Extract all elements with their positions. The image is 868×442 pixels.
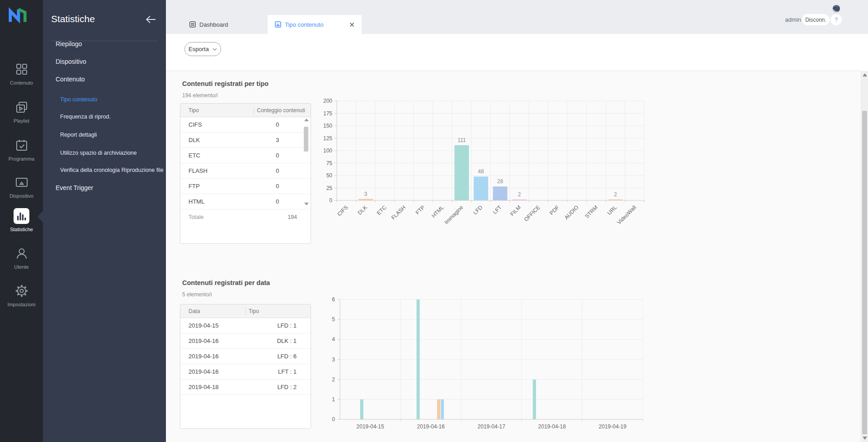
submenu-item-event-trigger[interactable]: Event Trigger: [56, 184, 93, 192]
row-key-cell: FTP: [180, 183, 254, 190]
table-scrollbar[interactable]: [303, 118, 309, 206]
schedule-calendar-icon: [15, 138, 28, 154]
rail-item-contenuto[interactable]: Contenuto: [0, 62, 43, 94]
submenu-item-utilizzo-spazio-di-archiviazione[interactable]: Utilizzo spazio di archiviazione: [60, 149, 137, 157]
table-row: FLASH0: [180, 163, 311, 179]
back-arrow-icon[interactable]: [145, 14, 156, 24]
submenu-item-verifica-della-cronologia-riproduzione-file[interactable]: Verifica della cronologia Riproduzione f…: [60, 166, 164, 174]
row-key-cell: 2019-04-15: [180, 322, 246, 329]
table-row: 2019-04-15LFD : 1: [180, 318, 311, 333]
svg-text:STRM: STRM: [584, 204, 599, 219]
svg-text:CIFS: CIFS: [336, 204, 349, 217]
toolbar: Esporta: [166, 34, 868, 71]
disconnect-button[interactable]: Disconn.: [802, 14, 830, 25]
magicinfo-logo[interactable]: [7, 5, 28, 25]
username-label: admin: [778, 16, 801, 23]
submenu-item-contenuto[interactable]: Contenuto: [56, 75, 85, 83]
row-value-cell: 0: [254, 121, 311, 128]
svg-text:1: 1: [332, 396, 335, 403]
row-value-cell: 0: [254, 198, 311, 205]
table-footer-row: Totale194: [180, 209, 311, 224]
submenu-title: Statistiche: [51, 14, 95, 24]
rail-item-label: Dispositivo: [0, 193, 43, 199]
row-value-cell: LFD : 6: [246, 353, 311, 360]
column-header: Conteggio contenuti: [254, 107, 311, 114]
icon-rail: ContenutoPlaylistProgrammaDispositivoSta…: [0, 0, 43, 442]
rail-item-programma[interactable]: Programma: [0, 138, 43, 170]
table-row: 2019-04-16LFT : 1: [180, 364, 311, 380]
svg-text:ETC: ETC: [376, 204, 388, 216]
scroll-up-arrow-icon[interactable]: [304, 119, 309, 121]
svg-text:200: 200: [323, 98, 332, 104]
export-button-label: Esporta: [189, 46, 209, 52]
submenu-item-riepilogo[interactable]: Riepilogo: [56, 40, 82, 48]
row-value-cell: 0: [254, 167, 311, 174]
active-item-notch: [38, 211, 43, 223]
submenu-item-dispositivo[interactable]: Dispositivo: [56, 57, 86, 66]
svg-text:LFD: LFD: [472, 204, 484, 216]
date-bar-chart[interactable]: 01234562019-04-152019-04-162019-04-17201…: [312, 289, 656, 438]
row-value-cell: 0: [254, 183, 311, 190]
tab-dashboard[interactable]: Dashboard: [182, 15, 268, 34]
svg-text:0: 0: [329, 197, 332, 204]
svg-text:FILM: FILM: [509, 204, 522, 217]
rail-item-playlist[interactable]: Playlist: [0, 100, 43, 132]
submenu-item-frequenza-di-riprod[interactable]: Frequenza di riprod.: [60, 113, 111, 121]
close-icon[interactable]: [349, 22, 354, 27]
export-button[interactable]: Esporta: [184, 42, 221, 56]
submenu-item-report-dettagli[interactable]: Report dettagli: [60, 131, 97, 139]
type-bar-chart[interactable]: 0255075100125150175200CIFS3DLKETCFLASHFT…: [312, 77, 656, 235]
row-key-cell: CIFS: [180, 121, 254, 128]
rail-item-label: Impostazioni: [0, 302, 43, 307]
device-display-icon: [15, 176, 28, 191]
section-count: 194 elemento/i: [182, 92, 218, 99]
language-globe-icon[interactable]: [832, 5, 840, 13]
row-value-cell: 0: [254, 152, 311, 159]
tab-label: Dashboard: [199, 21, 228, 28]
scrollbar-thumb[interactable]: [304, 127, 308, 152]
dashboard-icon: [189, 21, 196, 28]
svg-text:0: 0: [332, 416, 335, 423]
scroll-up-arrow-icon[interactable]: [863, 73, 867, 76]
table-header: DataTipo: [180, 304, 311, 318]
table-row: ETC0: [180, 148, 311, 163]
scroll-down-arrow-icon[interactable]: [863, 437, 867, 440]
section-count: 5 elemento/i: [182, 291, 212, 298]
page-scrollbar[interactable]: [861, 71, 868, 442]
svg-text:DLK: DLK: [357, 204, 368, 216]
svg-text:175: 175: [323, 110, 332, 117]
section-title: Contenuti registrati per data: [182, 279, 270, 286]
rail-item-utente[interactable]: Utente: [0, 247, 43, 278]
logo-m-icon: [7, 5, 28, 25]
table-row: HTML0: [180, 194, 311, 209]
svg-text:2: 2: [614, 191, 617, 198]
scrollbar-thumb[interactable]: [862, 111, 867, 434]
rail-item-statistiche[interactable]: Statistiche: [0, 209, 43, 241]
svg-text:FLASH: FLASH: [390, 204, 407, 221]
rail-item-dispositivo[interactable]: Dispositivo: [0, 176, 43, 207]
svg-text:2019-04-19: 2019-04-19: [599, 423, 627, 430]
rail-item-impostazioni[interactable]: Impostazioni: [0, 284, 43, 316]
table-header: TipoConteggio contenuti: [180, 104, 311, 117]
footer-value-cell: 194: [254, 214, 311, 220]
type-count-table: TipoConteggio contenutiCIFS0DLK3ETC0FLAS…: [180, 103, 311, 244]
rail-item-label: Playlist: [0, 118, 43, 124]
section-title: Contenuti registrati per tipo: [182, 80, 269, 87]
help-button[interactable]: ?: [830, 14, 842, 25]
submenu-item-tipo-contenuto[interactable]: Tipo contenuto: [60, 95, 97, 104]
svg-text:3: 3: [332, 356, 335, 363]
rail-item-label: Contenuto: [0, 80, 43, 86]
row-key-cell: 2019-04-16: [180, 368, 246, 375]
table-row: FTP0: [180, 179, 311, 194]
svg-text:2: 2: [332, 376, 335, 383]
table-row: DLK3: [180, 133, 311, 148]
svg-text:2019-04-16: 2019-04-16: [417, 423, 445, 430]
row-value-cell: LFT : 1: [246, 368, 311, 375]
scroll-down-arrow-icon[interactable]: [304, 203, 309, 205]
svg-text:3: 3: [364, 191, 367, 197]
tab-tipo-contenuto[interactable]: Tipo contenuto: [268, 15, 362, 34]
row-value-cell: LFD : 2: [246, 384, 311, 390]
svg-text:OFFICE: OFFICE: [523, 204, 541, 223]
table-row: CIFS0: [180, 117, 311, 133]
tab-bar-chart-icon: [275, 21, 281, 28]
